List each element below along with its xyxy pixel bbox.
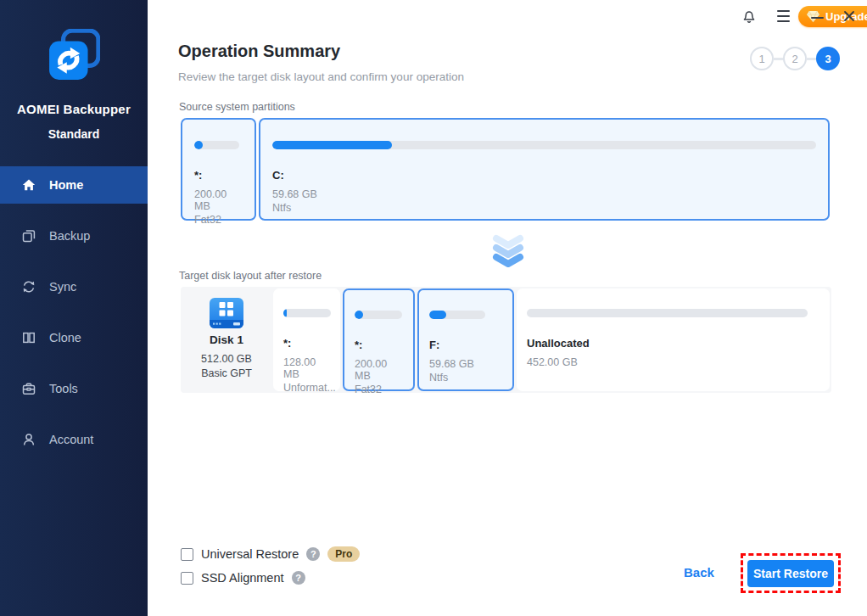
source-partition-c: C: 59.68 GB Ntfs [259,118,830,221]
pro-badge: Pro [327,546,360,562]
usage-bar [194,141,239,149]
brand-name: AOMEI Backupper [0,102,148,116]
step-2: 2 [783,47,807,70]
disk-name: Disk 1 [210,333,243,346]
back-link[interactable]: Back [684,565,714,580]
partition-size: 59.68 GB [429,358,502,370]
backup-copy-icon [21,228,36,244]
step-1: 1 [750,47,774,70]
sidebar: AOMEI Backupper Standard Home Backup Syn… [0,0,148,616]
x-icon [842,9,856,23]
sidebar-item-backup[interactable]: Backup [0,217,148,255]
usage-bar [527,309,808,317]
help-question-icon[interactable]: ? [306,547,320,561]
universal-restore-checkbox[interactable] [181,548,193,561]
usage-bar [355,311,402,319]
sidebar-item-label: Sync [49,280,76,294]
home-icon [21,177,36,193]
minus-icon [811,17,824,19]
partition-size: 128.00 MB [283,356,330,380]
target-layout-label: Target disk layout after restore [179,270,322,282]
source-partitions-panel: *: 200.00 MB Fat32 C: 59.68 GB Ntfs [181,118,830,221]
ssd-alignment-label: SSD Alignment [201,571,284,585]
hamburger-icon [777,10,790,22]
partition-size: 200.00 MB [194,188,243,212]
sidebar-item-label: Backup [49,229,90,243]
bell-icon [741,8,757,24]
brand-block: AOMEI Backupper Standard [0,29,148,141]
sidebar-item-label: Home [49,178,83,192]
red-dashed-highlight: Start Restore [741,553,841,593]
partition-name: F: [429,339,502,351]
target-partition-1[interactable]: *: 128.00 MB Unformat... [273,288,340,391]
page-subtitle: Review the target disk layout and confir… [178,70,464,83]
app-menu-button[interactable] [775,8,791,25]
double-chevron-down-icon [492,234,524,268]
disk-type: Basic GPT [201,367,252,379]
disk-size: 512.00 GB [201,353,252,365]
partition-size: 452.00 GB [527,356,819,368]
sidebar-menu: Home Backup Sync Clone [0,166,148,472]
help-question-icon[interactable]: ? [292,571,305,585]
partition-filesystem: Fat32 [194,214,243,226]
partition-name: *: [194,169,243,182]
partition-name: *: [355,339,403,351]
app-logo-sync-icon [48,29,100,81]
brand-edition: Standard [0,127,148,141]
close-button[interactable] [841,8,858,25]
aomei-backupper-window: { "brand": {"name": "AOMEI Backupper", "… [0,0,867,616]
sidebar-item-home[interactable]: Home [0,166,148,204]
source-partitions-label: Source system partitions [179,101,295,113]
page-title: Operation Summary [178,42,340,61]
clone-panels-icon [21,330,36,345]
ssd-alignment-option: SSD Alignment ? [181,571,305,585]
minimize-button[interactable] [808,9,825,26]
step-3-active: 3 [816,47,840,70]
partition-name: C: [272,169,816,182]
step-indicator: 1 2 3 [750,47,840,70]
usage-bar [429,311,485,319]
partition-name: Unallocated [527,337,819,350]
sidebar-item-account[interactable]: Account [0,421,148,458]
disk-icon [207,296,246,330]
partition-filesystem: Ntfs [272,202,816,214]
partition-filesystem: Fat32 [355,384,403,395]
target-partition-f-selected[interactable]: F: 59.68 GB Ntfs [417,288,514,391]
sync-arrows-icon [21,279,36,294]
main-content: Upgrade Operation Summary Review the tar… [148,0,867,616]
partition-size: 200.00 MB [355,358,403,382]
universal-restore-label: Universal Restore [201,547,299,561]
source-partition-efi: *: 200.00 MB Fat32 [181,118,256,221]
usage-bar [283,309,331,317]
target-disk-panel: Disk 1 512.00 GB Basic GPT *: 128.00 MB … [181,287,831,393]
sidebar-item-label: Clone [49,331,81,344]
partition-name: *: [283,337,330,350]
target-unallocated-space[interactable]: Unallocated 452.00 GB [517,288,830,391]
start-restore-button[interactable]: Start Restore [747,560,834,587]
usage-bar [272,141,816,149]
sidebar-item-clone[interactable]: Clone [0,319,148,356]
target-partition-2-selected[interactable]: *: 200.00 MB Fat32 [343,288,415,391]
partition-filesystem: Unformat... [283,382,330,394]
disk-info: Disk 1 512.00 GB Basic GPT [182,288,271,391]
toolbox-icon [21,381,36,396]
sidebar-item-sync[interactable]: Sync [0,268,148,305]
partition-size: 59.68 GB [272,188,816,200]
sidebar-item-label: Tools [49,382,78,395]
sidebar-item-label: Account [49,433,93,446]
ssd-alignment-checkbox[interactable] [181,572,193,585]
sidebar-item-tools[interactable]: Tools [0,370,148,407]
notification-bell-button[interactable] [741,8,758,25]
universal-restore-option: Universal Restore ? Pro [181,546,360,562]
person-icon [21,432,36,447]
partition-filesystem: Ntfs [429,372,502,384]
